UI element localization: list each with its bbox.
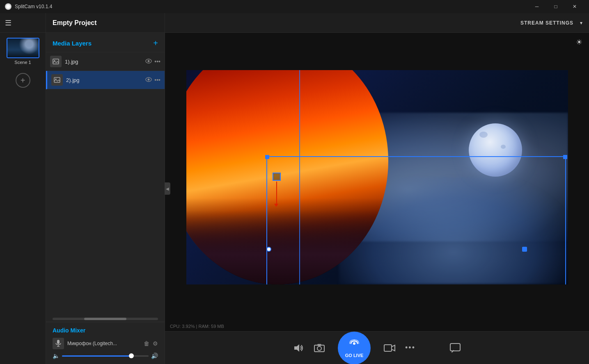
svg-point-14 [353,342,355,345]
red-arrow-head [274,204,278,207]
volume-high-icon: 🔊 [151,353,158,359]
header-bar: ☰ [0,13,46,33]
audio-settings-button[interactable]: ⚙ [153,340,158,347]
window-controls: ─ □ ✕ [527,0,584,13]
svg-rect-8 [57,340,60,344]
go-live-label: GO LIVE [345,353,364,358]
panel-collapse-arrow[interactable]: ◀ [165,182,170,195]
layer-name-2: 2).jpg [66,77,142,83]
maximize-button[interactable]: □ [546,0,565,13]
layers-panel: Empty Project Media Layers + 1).jpg [46,13,165,364]
scene-1-label: Scene 1 [14,60,31,65]
svg-point-7 [148,79,150,81]
svg-rect-4 [54,77,60,82]
volume-slider[interactable] [62,355,149,357]
layer-actions-2: ••• [145,77,160,83]
hamburger-button[interactable]: ☰ [5,19,11,27]
selection-handle-circle-bl[interactable] [266,247,271,252]
layers-scrollbar[interactable] [53,318,158,320]
audio-item-1: Микрофон (Logitech... 🗑 ⚙ [53,338,158,349]
selection-handle-br2[interactable] [522,247,527,252]
chat-button[interactable] [450,343,461,353]
layer-icon-1 [50,56,62,67]
audio-volume-row: 🔈 🔊 [53,353,158,359]
scene-1-thumbnail[interactable] [7,38,39,58]
layer-item-2[interactable]: 2).jpg ••• [46,71,165,89]
audio-delete-button[interactable]: 🗑 [144,340,149,347]
preview-canvas[interactable] [186,70,568,284]
main-layout: ☰ Scene 1 + Empty Project Media Layers + [0,13,589,364]
status-bar: CPU: 3.92% | RAM: 59 MB [165,321,589,331]
canvas-viewport [165,33,589,321]
moon [469,123,522,177]
close-button[interactable]: ✕ [565,0,584,13]
screenshot-button[interactable] [314,344,325,353]
app-logo [5,3,11,10]
layer-more-btn-1[interactable]: ••• [154,58,160,65]
video-record-button[interactable] [384,344,395,353]
viewport-wrapper: ☀ [165,33,589,331]
canvas-toolbar: STREAM SETTINGS ▾ [165,13,589,33]
project-title: Empty Project [53,19,158,27]
layers-header: Media Layers + [46,33,165,52]
add-layer-button[interactable]: + [153,39,158,48]
volume-low-icon: 🔈 [53,353,60,359]
titlebar: SplitCam v10.1.4 ─ □ ✕ [0,0,589,13]
stream-settings-chevron: ▾ [580,20,582,26]
guide-line-vertical [299,70,300,284]
svg-point-3 [148,60,150,62]
go-live-button[interactable]: GO LIVE [338,332,371,364]
more-options-button[interactable]: ••• [405,344,415,352]
layers-title: Media Layers [53,40,92,47]
layer-item-1[interactable]: 1).jpg ••• [46,52,165,71]
svg-rect-16 [450,344,460,351]
brightness-control: ☀ [576,38,582,47]
svg-rect-15 [384,345,392,351]
layer-name-1: 1).jpg [65,59,142,65]
microphone-icon [53,338,64,349]
transform-box [273,173,281,181]
layer-more-btn-2[interactable]: ••• [154,77,160,83]
volume-control-button[interactable] [293,344,304,353]
audio-device-name: Микрофон (Logitech... [67,341,140,346]
add-scene-button[interactable]: + [16,73,30,88]
svg-rect-0 [53,59,59,64]
minimize-button[interactable]: ─ [527,0,546,13]
bottom-controls: GO LIVE ••• [165,331,589,364]
layers-panel-top: Empty Project [46,13,165,33]
app-title: SplitCam v10.1.4 [15,4,52,9]
layer-visibility-btn-1[interactable] [145,58,152,65]
go-live-icon [348,338,360,351]
reflection [186,210,389,284]
brightness-button[interactable]: ☀ [576,38,582,47]
stream-settings-label[interactable]: STREAM SETTINGS [520,20,573,26]
layer-visibility-btn-2[interactable] [145,77,152,83]
layer-actions-1: ••• [145,58,160,65]
svg-point-12 [317,346,321,350]
scenes-panel: ☰ Scene 1 + [0,13,46,364]
audio-mixer-title: Audio Mixer [53,327,158,334]
status-text: CPU: 3.92% | RAM: 59 MB [170,324,224,329]
sunset-ellipse [186,70,389,284]
volume-thumb [129,353,134,358]
layers-list: 1).jpg ••• [46,52,165,316]
red-arrow-line [276,182,277,204]
audio-mixer: Audio Mixer Микрофон (Logitech... 🗑 ⚙ 🔈 [46,322,165,364]
layers-scrollbar-thumb [84,318,126,320]
scenes-list: Scene 1 + [0,33,46,88]
canvas-area: STREAM SETTINGS ▾ ☀ [165,13,589,364]
layer-icon-2 [51,74,63,86]
